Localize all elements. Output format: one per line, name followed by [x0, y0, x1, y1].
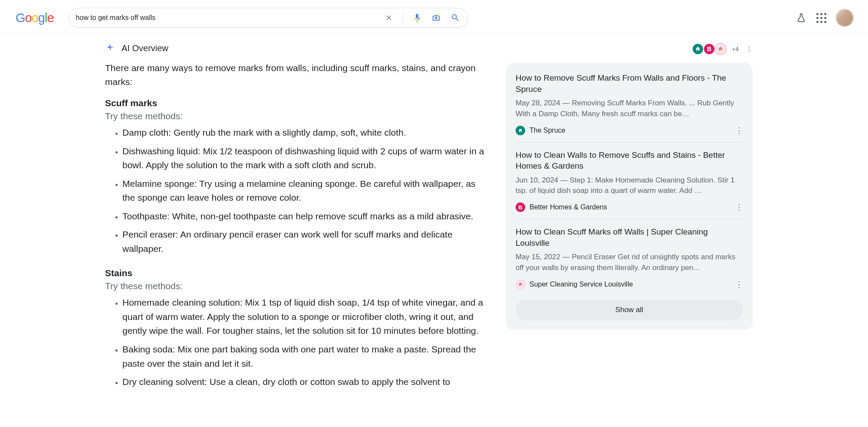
sources-card: How to Remove Scuff Marks From Walls and…: [506, 63, 753, 330]
source-item: How to Remove Scuff Marks From Walls and…: [516, 72, 743, 143]
search-wrap: [69, 8, 468, 28]
svg-point-0: [435, 16, 437, 19]
source-favicon-badge[interactable]: B: [703, 43, 715, 55]
source-snippet: May 15, 2022 — Pencil Eraser Get rid of …: [516, 252, 743, 273]
source-favicon-icon: [516, 126, 525, 135]
bullet-list: Damp cloth: Gently rub the mark with a s…: [105, 126, 487, 256]
account-avatar[interactable]: [836, 9, 853, 26]
list-item: Baking soda: Mix one part baking soda wi…: [122, 342, 487, 371]
source-title[interactable]: How to Clean Scuff Marks off Walls | Sup…: [516, 226, 743, 248]
list-item: Dry cleaning solvent: Use a clean, dry c…: [122, 375, 487, 389]
ai-overview-column: AI Overview There are many ways to remov…: [105, 43, 487, 401]
list-item: Homemade cleaning solution: Mix 1 tsp of…: [122, 296, 487, 338]
source-favicon-icon: B: [516, 202, 525, 212]
source-title[interactable]: How to Clean Walls to Remove Scuffs and …: [516, 150, 743, 172]
source-favicon-badge[interactable]: [714, 43, 727, 55]
ai-intro-text: There are many ways to remove marks from…: [105, 61, 487, 88]
sources-column: B +4 ⋮ How to Remove Scuff Marks From Wa…: [506, 43, 753, 401]
source-snippet: May 28, 2024 — Removing Scuff Marks From…: [516, 98, 743, 119]
more-options-icon[interactable]: ⋮: [746, 45, 753, 53]
ai-overview-label: AI Overview: [122, 43, 168, 53]
list-item: Dishwashing liquid: Mix 1/2 teaspoon of …: [122, 144, 487, 173]
voice-search-icon[interactable]: [412, 13, 422, 23]
try-line: Try these methods:: [105, 111, 487, 121]
ai-overview-header: AI Overview: [105, 43, 487, 53]
apps-icon[interactable]: [816, 13, 826, 23]
search-icon[interactable]: [450, 13, 460, 23]
source-more-icon[interactable]: ⋮: [735, 202, 743, 212]
section-heading: Stains: [105, 268, 487, 278]
ai-section-0: Scuff marks Try these methods: Damp clot…: [105, 98, 487, 256]
svg-point-1: [437, 15, 439, 17]
divider: [403, 12, 403, 23]
source-more-icon[interactable]: ⋮: [735, 126, 743, 135]
header-right: [796, 9, 859, 26]
list-item: Toothpaste: White, non-gel toothpaste ca…: [122, 209, 487, 224]
source-favicon-badge[interactable]: [692, 43, 704, 55]
main-content: AI Overview There are many ways to remov…: [0, 33, 868, 401]
source-snippet: Jun 10, 2024 — Step 1: Make Homemade Cle…: [516, 175, 743, 196]
more-sources-count[interactable]: +4: [732, 46, 739, 52]
clear-icon[interactable]: [384, 13, 394, 23]
list-item: Melamine sponge: Try using a melamine cl…: [122, 177, 487, 205]
source-item: How to Clean Scuff Marks off Walls | Sup…: [516, 226, 743, 296]
source-name[interactable]: The Spruce: [529, 127, 731, 134]
source-name[interactable]: Super Cleaning Service Louisville: [529, 280, 731, 288]
list-item: Damp cloth: Gently rub the mark with a s…: [122, 126, 487, 140]
header-bar: Google: [0, 0, 868, 33]
bullet-list: Homemade cleaning solution: Mix 1 tsp of…: [105, 296, 487, 389]
search-input[interactable]: [76, 14, 384, 22]
search-bar: [69, 8, 468, 28]
section-heading: Scuff marks: [105, 98, 487, 108]
list-item: Pencil eraser: An ordinary pencil eraser…: [122, 228, 487, 256]
source-name[interactable]: Better Homes & Gardens: [529, 203, 731, 211]
source-title[interactable]: How to Remove Scuff Marks From Walls and…: [516, 72, 743, 95]
source-more-icon[interactable]: ⋮: [735, 280, 743, 289]
source-favicon-icon: [516, 280, 525, 289]
show-all-button[interactable]: Show all: [516, 300, 743, 320]
ai-section-1: Stains Try these methods: Homemade clean…: [105, 268, 487, 389]
search-icons: [384, 12, 460, 23]
google-logo[interactable]: Google: [16, 11, 54, 25]
labs-icon[interactable]: [796, 13, 806, 23]
source-item: How to Clean Walls to Remove Scuffs and …: [516, 150, 743, 220]
try-line: Try these methods:: [105, 281, 487, 291]
image-search-icon[interactable]: [431, 13, 441, 23]
ai-sparkle-icon: [105, 43, 115, 53]
